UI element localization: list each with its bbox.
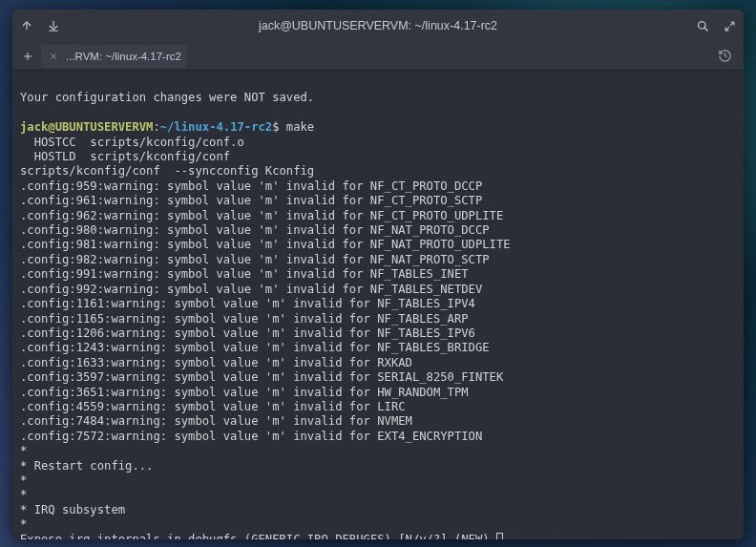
upload-icon[interactable]	[20, 19, 33, 32]
new-tab-button[interactable]	[18, 47, 37, 66]
terminal-window: jack@UBUNTUSERVERVM: ~/linux-4.17-rc2 ..…	[12, 10, 744, 539]
line-prompt: Expose irq internals in debugfs (GENERIC…	[20, 533, 496, 539]
fullscreen-icon[interactable]	[724, 20, 736, 32]
window-title: jack@UBUNTUSERVERVM: ~/linux-4.17-rc2	[116, 19, 640, 32]
line-hostcc: HOSTCC scripts/kconfig/conf.o	[20, 136, 244, 149]
line-saved: Your configuration changes were NOT save…	[20, 91, 314, 104]
line: *	[20, 488, 27, 501]
warnings-block: .config:959:warning: symbol value 'm' in…	[20, 179, 511, 443]
prompt-user: jack@UBUNTUSERVERVM	[20, 120, 153, 134]
prompt-dollar: $	[272, 120, 286, 134]
line-hostld: HOSTLD scripts/kconfig/conf	[20, 150, 230, 163]
line: *	[20, 473, 27, 487]
command: make	[286, 120, 314, 134]
titlebar-left	[20, 19, 116, 32]
line-irq: * IRQ subsystem	[20, 503, 125, 516]
svg-point-0	[699, 21, 706, 29]
prompt-colon: :	[153, 120, 159, 134]
titlebar-right	[640, 19, 736, 33]
line-sync: scripts/kconfig/conf --syncconfig Kconfi…	[20, 164, 314, 178]
line: *	[20, 444, 27, 457]
tab-bar: ...RVM: ~/linux-4.17-rc2	[12, 42, 744, 71]
line-restart: * Restart config...	[20, 459, 153, 473]
line: *	[20, 517, 27, 531]
tab-label: ...RVM: ~/linux-4.17-rc2	[66, 51, 181, 62]
cursor	[496, 533, 503, 539]
close-icon[interactable]	[49, 52, 58, 61]
tab-history-button[interactable]	[718, 49, 738, 63]
titlebar: jack@UBUNTUSERVERVM: ~/linux-4.17-rc2	[12, 10, 744, 42]
search-icon[interactable]	[696, 19, 710, 33]
prompt-path: ~/linux-4.17-rc2	[160, 120, 272, 134]
tab-terminal[interactable]: ...RVM: ~/linux-4.17-rc2	[41, 45, 187, 68]
terminal-output[interactable]: Your configuration changes were NOT save…	[12, 71, 744, 539]
download-icon[interactable]	[47, 19, 60, 32]
